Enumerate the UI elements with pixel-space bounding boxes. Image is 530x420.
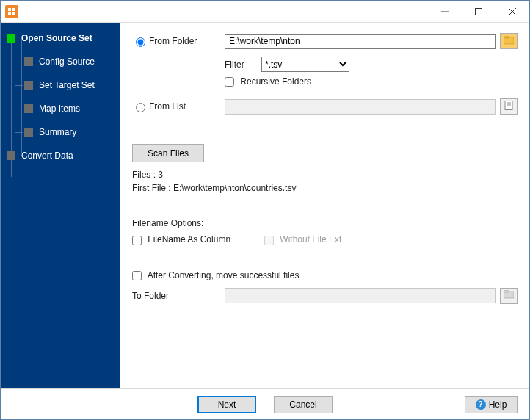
- to-folder-input: [225, 288, 496, 303]
- nav-summary[interactable]: Summary: [24, 124, 117, 140]
- nav-label: Config Source: [39, 57, 95, 67]
- from-list-radio-label[interactable]: From List: [132, 101, 225, 112]
- from-folder-input[interactable]: [225, 34, 496, 49]
- nav-label: Summary: [39, 127, 76, 137]
- main-panel: From Folder Filter *.tsv Recursive Folde…: [120, 23, 529, 388]
- nav-label: Map Items: [39, 104, 80, 114]
- close-button[interactable]: [495, 1, 529, 22]
- nav-convert-data[interactable]: Convert Data: [7, 148, 117, 164]
- after-convert-move-label[interactable]: After Converting, move successful files: [132, 270, 299, 280]
- cancel-button[interactable]: Cancel: [274, 396, 333, 413]
- nav-label: Open Source Set: [21, 33, 92, 43]
- filename-as-column-checkbox[interactable]: [132, 236, 142, 245]
- scan-files-button[interactable]: Scan Files: [132, 144, 204, 162]
- first-file-label: First File : E:\work\temp\nton\countries…: [132, 183, 518, 193]
- filename-options-title: Filename Options:: [132, 218, 518, 228]
- browse-to-folder-button[interactable]: [500, 288, 518, 304]
- from-list-label-text: From List: [149, 101, 186, 112]
- nav-open-source-set[interactable]: Open Source Set: [7, 30, 117, 46]
- svg-rect-0: [8, 8, 11, 11]
- browse-folder-button[interactable]: [500, 33, 518, 49]
- from-list-radio[interactable]: [136, 103, 145, 112]
- filename-as-column-label[interactable]: FileName As Column: [132, 234, 264, 245]
- from-list-input: [225, 99, 496, 115]
- svg-rect-9: [504, 36, 508, 38]
- file-icon: [504, 101, 513, 112]
- nav-config-source[interactable]: Config Source: [24, 54, 117, 70]
- maximize-button[interactable]: [462, 1, 495, 22]
- help-icon: ?: [476, 399, 486, 410]
- window-controls: [428, 1, 529, 22]
- from-folder-radio-label[interactable]: From Folder: [132, 35, 225, 47]
- svg-rect-1: [12, 8, 15, 11]
- folder-icon: [504, 36, 514, 47]
- svg-rect-5: [476, 8, 482, 15]
- without-file-ext-label: Without File Ext: [264, 234, 341, 245]
- after-convert-move-checkbox[interactable]: [132, 271, 142, 280]
- nav-label: Convert Data: [21, 151, 73, 161]
- filter-combo[interactable]: *.tsv: [261, 57, 349, 72]
- folder-icon: [504, 290, 514, 301]
- nav-label: Set Target Set: [39, 80, 95, 90]
- recursive-folders-checkbox[interactable]: [225, 77, 234, 87]
- nav-map-items[interactable]: Map Items: [24, 101, 117, 117]
- minimize-button[interactable]: [428, 1, 462, 22]
- svg-rect-2: [8, 12, 11, 15]
- from-folder-label-text: From Folder: [149, 36, 197, 46]
- browse-list-button[interactable]: [500, 98, 518, 115]
- svg-rect-3: [12, 12, 15, 15]
- svg-rect-15: [504, 290, 508, 292]
- from-folder-radio[interactable]: [136, 37, 145, 47]
- recursive-folders-label[interactable]: Recursive Folders: [225, 76, 311, 87]
- app-icon: [5, 5, 18, 18]
- svg-rect-8: [504, 37, 514, 44]
- next-button[interactable]: Next: [197, 396, 256, 413]
- titlebar: [1, 1, 529, 23]
- nav-set-target-set[interactable]: Set Target Set: [24, 77, 117, 93]
- help-button[interactable]: ? Help: [465, 396, 518, 413]
- files-count-label: Files : 3: [132, 170, 518, 180]
- wizard-footer: Next Cancel ? Help: [1, 388, 529, 419]
- wizard-sidebar: Open Source Set Config Source Set Target…: [1, 23, 120, 388]
- svg-rect-14: [504, 292, 514, 298]
- without-file-ext-checkbox: [264, 236, 274, 245]
- filter-label: Filter: [225, 59, 261, 70]
- to-folder-label: To Folder: [132, 291, 225, 301]
